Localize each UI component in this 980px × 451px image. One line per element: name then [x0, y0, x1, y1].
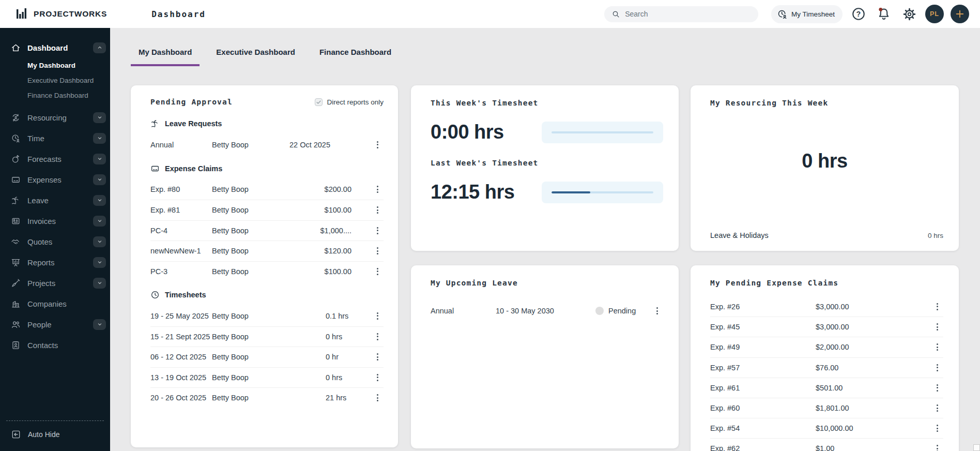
scrollbar-corner[interactable] [973, 444, 980, 451]
sidebar-item-dashboard[interactable]: Dashboard [0, 37, 110, 58]
expand-expenses-chevron[interactable] [93, 174, 106, 185]
expand-time-chevron[interactable] [93, 133, 106, 144]
expense-claim-row[interactable]: Exp. #60 $1,801.00 [710, 398, 943, 418]
leave-request-row[interactable]: Annual Betty Boop 22 Oct 2025 [150, 134, 384, 155]
sidebar-item-expenses[interactable]: Expenses [0, 169, 110, 190]
claim-id: Exp. #62 [710, 444, 816, 451]
timesheet-row[interactable]: 20 - 26 Oct 2025 Betty Boop 21 hrs [150, 387, 384, 408]
row-menu-button[interactable] [931, 321, 943, 333]
expense-claim-row[interactable]: Exp. #61 $501.00 [710, 378, 943, 398]
row-menu-button[interactable] [371, 139, 384, 151]
expand-projects-chevron[interactable] [93, 278, 106, 289]
sidebar-item-time[interactable]: Time [0, 128, 110, 148]
row-menu-button[interactable] [931, 300, 943, 313]
tab-my-dashboard[interactable]: My Dashboard [131, 48, 200, 66]
row-menu-button[interactable] [371, 265, 384, 278]
chevron-down-icon [96, 176, 103, 183]
expense-claim-row[interactable]: Exp. #81 Betty Boop $100.00 [150, 200, 384, 220]
card-title: Last Week's Timesheet [431, 159, 663, 167]
projectworks-logo-icon [16, 7, 29, 21]
expense-claim-row[interactable]: newNewNew-1 Betty Boop $120.00 [150, 240, 384, 261]
row-menu-button[interactable] [371, 351, 384, 363]
brand-logo[interactable]: PROJECTWORKS [16, 7, 107, 21]
sidebar-item-quotes[interactable]: Quotes [0, 231, 110, 252]
upcoming-leave-row[interactable]: Annual 10 - 30 May 2030 Pending [431, 300, 663, 321]
timesheet-period: 06 - 12 Oct 2025 [150, 353, 212, 361]
quick-add-button[interactable] [951, 5, 969, 23]
help-button[interactable]: ? [849, 5, 868, 23]
expense-claim-row[interactable]: Exp. #62 $1.00 [710, 438, 943, 451]
sidebar-subitem-executive-dashboard[interactable]: Executive Dashboard [0, 73, 110, 88]
sidebar-subitem-my-dashboard[interactable]: My Dashboard [0, 58, 110, 73]
expand-forecasts-chevron[interactable] [93, 154, 106, 164]
row-menu-button[interactable] [371, 310, 384, 322]
expand-invoices-chevron[interactable] [93, 216, 106, 227]
sidebar: Dashboard My Dashboard Executive Dashboa… [0, 28, 110, 451]
expense-claim-row[interactable]: Exp. #54 $10,000.00 [710, 418, 943, 438]
expand-leave-chevron[interactable] [93, 195, 106, 206]
user-avatar[interactable]: PL [925, 5, 944, 23]
auto-hide-button[interactable]: Auto Hide [6, 420, 104, 451]
search-input[interactable] [625, 10, 751, 18]
expense-claim-row[interactable]: Exp. #49 $2,000.00 [710, 337, 943, 357]
row-menu-button[interactable] [371, 371, 384, 384]
expand-resourcing-chevron[interactable] [93, 112, 106, 123]
row-menu-button[interactable] [931, 422, 943, 434]
sidebar-item-leave[interactable]: Leave [0, 190, 110, 211]
tab-finance-dashboard[interactable]: Finance Dashboard [312, 48, 399, 66]
row-menu-button[interactable] [371, 392, 384, 404]
sidebar-item-companies[interactable]: Companies [0, 293, 110, 314]
sidebar-item-invoices[interactable]: Invoices [0, 211, 110, 231]
row-menu-button[interactable] [371, 183, 384, 196]
tab-executive-dashboard[interactable]: Executive Dashboard [208, 48, 303, 66]
sidebar-item-people[interactable]: People [0, 314, 110, 335]
section-title-label: Leave Requests [165, 119, 222, 128]
clock-icon [150, 290, 160, 299]
expense-claim-row[interactable]: PC-3 Betty Boop $100.00 [150, 261, 384, 282]
my-timesheet-button[interactable]: My Timesheet [771, 5, 843, 23]
expense-claim-row[interactable]: PC-4 Betty Boop $1,000.... [150, 220, 384, 241]
sidebar-item-contacts[interactable]: Contacts [0, 335, 110, 355]
row-menu-button[interactable] [371, 224, 384, 237]
row-menu-button[interactable] [931, 382, 943, 394]
row-menu-button[interactable] [371, 330, 384, 343]
notifications-button[interactable] [875, 5, 893, 23]
card-title: This Week's Timesheet [431, 99, 663, 107]
expand-people-chevron[interactable] [93, 319, 106, 330]
person-name: Betty Boop [212, 206, 289, 214]
sidebar-item-forecasts[interactable]: Forecasts [0, 148, 110, 169]
timesheet-row[interactable]: 19 - 25 May 2025 Betty Boop 0.1 hrs [150, 306, 384, 326]
expand-quotes-chevron[interactable] [93, 236, 106, 247]
sidebar-subitem-finance-dashboard[interactable]: Finance Dashboard [0, 88, 110, 103]
expense-claim-row[interactable]: Exp. #45 $3,000.00 [710, 317, 943, 337]
expense-claim-row[interactable]: Exp. #57 $76.00 [710, 357, 943, 378]
search-box[interactable] [604, 6, 758, 22]
row-menu-button[interactable] [931, 442, 943, 451]
sidebar-item-reports[interactable]: Reports [0, 252, 110, 273]
claim-id: Exp. #26 [710, 303, 816, 311]
row-menu-button[interactable] [931, 402, 943, 414]
section-title-label: Timesheets [165, 291, 206, 299]
expand-reports-chevron[interactable] [93, 257, 106, 268]
invoice-icon [11, 216, 21, 226]
expense-claim-row[interactable]: Exp. #80 Betty Boop $200.00 [150, 179, 384, 200]
sidebar-item-projects[interactable]: Projects [0, 273, 110, 293]
timesheet-row[interactable]: 13 - 19 Oct 2025 Betty Boop 0 hrs [150, 367, 384, 388]
card-title: My Upcoming Leave [431, 279, 663, 287]
claim-id: Exp. #80 [150, 185, 212, 193]
expense-claim-row[interactable]: Exp. #26 $3,000.00 [710, 296, 943, 317]
row-menu-button[interactable] [371, 204, 384, 216]
collapse-dashboard-chevron[interactable] [93, 42, 106, 53]
sidebar-item-resourcing[interactable]: Resourcing [0, 107, 110, 128]
row-menu-button[interactable] [931, 362, 943, 374]
chevron-down-icon [96, 197, 103, 204]
row-menu-button[interactable] [371, 245, 384, 257]
sidebar-item-label: Invoices [27, 217, 56, 226]
row-menu-button[interactable] [651, 305, 663, 317]
settings-button[interactable] [900, 5, 918, 23]
timesheet-row[interactable]: 06 - 12 Oct 2025 Betty Boop 0 hr [150, 347, 384, 367]
claim-amount: $120.00 [289, 247, 363, 255]
row-menu-button[interactable] [931, 341, 943, 353]
timesheet-row[interactable]: 15 - 21 Sept 2025 Betty Boop 0 hrs [150, 326, 384, 347]
direct-reports-only-checkbox[interactable]: Direct reports only [315, 98, 384, 106]
